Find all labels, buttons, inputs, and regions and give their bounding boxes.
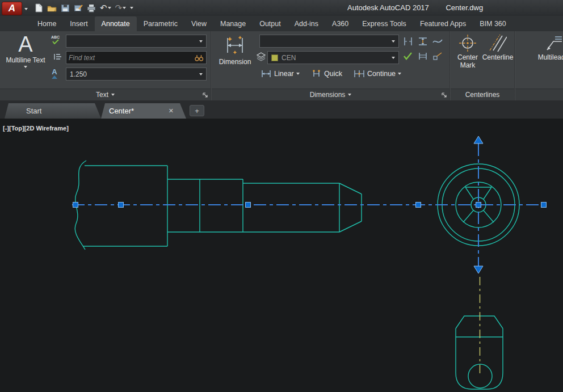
layer-caret-icon <box>392 57 395 59</box>
tab-parametric[interactable]: Parametric <box>137 16 184 31</box>
dim-style-caret-icon <box>392 40 395 43</box>
annotation-scale-combo[interactable]: 1.250 <box>66 68 207 81</box>
centerlines-panel-footer: Centerlines <box>451 88 514 100</box>
new-file-button[interactable] <box>35 3 43 12</box>
center-mark-button[interactable]: Center Mark <box>453 33 482 69</box>
dim-adjust-space-button[interactable] <box>416 35 430 48</box>
app-menu-caret-icon[interactable] <box>24 8 28 10</box>
multiline-text-caret-icon <box>24 66 27 68</box>
linear-caret-icon[interactable] <box>296 73 300 75</box>
redo-icon: ↷ <box>115 4 123 12</box>
tab-add-ins[interactable]: Add-ins <box>288 16 325 31</box>
undo-caret-icon[interactable] <box>108 7 111 9</box>
cylinder-geometry[interactable] <box>456 316 503 389</box>
find-binoculars-icon[interactable] <box>194 53 204 62</box>
dim-jog-line-button[interactable] <box>431 35 444 48</box>
tab-express-tools[interactable]: Express Tools <box>355 16 413 31</box>
doc-tab-center[interactable]: Center* ✕ <box>101 103 186 119</box>
dimensions-panel-footer[interactable]: Dimensions <box>212 88 449 100</box>
save-button[interactable] <box>61 4 70 12</box>
selected-centerline[interactable] <box>72 144 547 266</box>
text-dialog-launcher-icon[interactable] <box>203 92 208 98</box>
annotative-icon: A <box>52 69 57 75</box>
continue-dimension-icon <box>354 69 365 78</box>
plot-button[interactable] <box>87 4 96 12</box>
undo-button[interactable]: ↶ <box>100 4 111 12</box>
text-align-icon <box>53 53 61 61</box>
text-panel-caret-icon <box>111 94 115 96</box>
app-title: Autodesk AutoCAD 2017 <box>347 3 429 12</box>
tab-manage[interactable]: Manage <box>213 16 253 31</box>
continue-dimension-button[interactable]: Continue <box>354 66 401 81</box>
dimensions-dialog-launcher-icon[interactable] <box>442 92 447 98</box>
redo-caret-icon[interactable] <box>123 7 126 9</box>
text-style-combo[interactable] <box>66 35 207 48</box>
find-text-input[interactable] <box>69 54 194 62</box>
leaders-panel-footer <box>515 88 563 100</box>
multileader-button[interactable]: Multileader <box>530 33 563 62</box>
linear-dimension-button[interactable]: Linear <box>261 66 300 81</box>
tab-home[interactable]: Home <box>31 16 63 31</box>
extend-grip-down <box>474 266 483 273</box>
dim-inspect-button[interactable] <box>401 49 415 63</box>
tab-insert[interactable]: Insert <box>63 16 94 31</box>
tab-bim360[interactable]: BIM 360 <box>473 16 513 31</box>
tab-a360[interactable]: A360 <box>325 16 355 31</box>
open-folder-icon <box>47 4 57 12</box>
dimensions-panel: Dimension CEN <box>212 31 449 100</box>
quick-dimension-button[interactable]: Quick <box>312 66 342 81</box>
doc-tab-start[interactable]: Start <box>5 103 101 119</box>
text-style-caret-icon <box>199 40 203 43</box>
dim-jog-line-icon <box>432 36 443 47</box>
tab-output[interactable]: Output <box>253 16 288 31</box>
multiline-text-icon: A <box>18 33 32 56</box>
centerline-button[interactable]: Centerline <box>483 33 512 62</box>
drawing-canvas[interactable] <box>0 119 563 392</box>
ribbon: A Multiline Text ABC A <box>0 31 563 100</box>
tab-close-icon[interactable]: ✕ <box>169 107 174 115</box>
document-title: Center.dwg <box>446 3 483 12</box>
autocad-window: A <box>0 0 563 392</box>
annotative-scale-button[interactable]: A <box>52 69 57 79</box>
redo-button[interactable]: ↷ <box>115 4 127 12</box>
dim-update-button[interactable] <box>416 49 430 63</box>
dim-break-button[interactable] <box>401 35 415 48</box>
spell-abc-icon: ABC <box>51 35 60 39</box>
qat-customize-caret-icon[interactable] <box>130 7 133 9</box>
continue-caret-icon[interactable] <box>398 73 401 75</box>
drawing-area[interactable]: [-][Top][2D Wireframe] <box>0 119 563 392</box>
spell-check-icon <box>52 39 59 44</box>
quick-dimension-icon <box>312 69 322 78</box>
autocad-logo[interactable]: A <box>2 2 22 15</box>
save-icon <box>61 4 70 12</box>
layer-color-swatch <box>271 54 278 61</box>
dimension-style-combo[interactable] <box>259 35 399 48</box>
window-title: Autodesk AutoCAD 2017 Center.dwg <box>347 3 483 12</box>
dimension-layer-combo[interactable]: CEN <box>267 51 399 64</box>
printer-icon <box>87 4 96 12</box>
dimension-button[interactable]: Dimension <box>216 33 254 66</box>
dim-inspect-icon <box>402 51 414 61</box>
save-as-icon <box>74 4 83 12</box>
save-as-button[interactable] <box>74 4 83 12</box>
multiline-text-button[interactable]: A Multiline Text <box>3 33 48 68</box>
scale-caret-icon <box>199 73 203 75</box>
open-button[interactable] <box>47 4 57 12</box>
multileader-icon <box>545 33 563 53</box>
new-drawing-tab-button[interactable]: + <box>190 105 204 116</box>
dimension-icon <box>224 33 246 57</box>
tab-featured-apps[interactable]: Featured Apps <box>413 16 473 31</box>
find-text-field[interactable] <box>66 51 207 64</box>
dim-reassociate-button[interactable] <box>431 49 444 63</box>
text-align-button[interactable] <box>53 53 61 61</box>
viewport-controls[interactable]: [-][Top][2D Wireframe] <box>3 125 69 132</box>
check-spelling-button[interactable]: ABC <box>51 35 60 44</box>
tab-annotate[interactable]: Annotate <box>95 16 137 31</box>
linear-dimension-icon <box>261 69 272 78</box>
text-panel-footer[interactable]: Text <box>0 88 211 100</box>
dimensions-panel-caret-icon <box>348 94 351 96</box>
dim-reassociate-icon <box>432 51 443 61</box>
tab-view[interactable]: View <box>184 16 213 31</box>
dim-update-icon <box>417 51 428 61</box>
dim-layer-button[interactable] <box>256 52 266 62</box>
